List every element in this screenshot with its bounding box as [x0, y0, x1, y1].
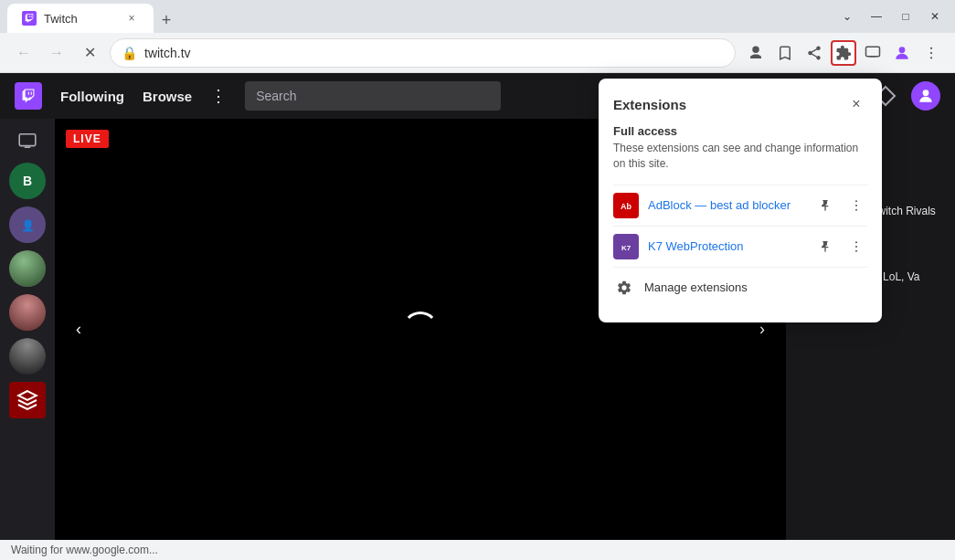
tab-close-button[interactable]: ×: [124, 11, 139, 26]
address-bar: ← → ✕ 🔒 twitch.tv: [0, 33, 955, 73]
svg-point-18: [855, 246, 857, 248]
adblock-icon: Ab: [613, 193, 639, 218]
svg-text:Ab: Ab: [621, 202, 631, 211]
share-icon-button[interactable]: [801, 40, 827, 66]
k7-name[interactable]: K7 WebProtection: [648, 239, 805, 253]
toolbar-icons: [743, 40, 944, 66]
sidebar-channel-2[interactable]: 👤: [9, 206, 46, 243]
svg-rect-7: [19, 134, 36, 146]
svg-text:👤: 👤: [21, 218, 35, 232]
full-access-label: Full access: [613, 124, 867, 138]
minimize-button[interactable]: —: [864, 4, 889, 29]
status-text: Waiting for www.google.com...: [11, 544, 158, 556]
svg-point-6: [923, 90, 929, 96]
url-bar[interactable]: 🔒 twitch.tv: [110, 38, 736, 68]
extensions-button[interactable]: [831, 40, 856, 66]
extension-item-adblock: Ab AdBlock — best ad blocker: [613, 185, 867, 226]
svg-point-19: [855, 249, 857, 251]
adblock-pin-button[interactable]: [814, 195, 836, 217]
user-avatar[interactable]: [911, 81, 940, 111]
bookmark-icon-button[interactable]: [772, 40, 798, 66]
search-box[interactable]: Search: [245, 81, 501, 111]
forward-button[interactable]: →: [44, 40, 69, 66]
prev-button[interactable]: ‹: [62, 313, 95, 346]
popup-header: Extensions ×: [613, 93, 867, 115]
chrome-menu-dots-button[interactable]: [918, 40, 944, 66]
extensions-popup: Extensions × Full access These extension…: [599, 79, 882, 322]
full-access-desc: These extensions can see and change info…: [613, 141, 867, 172]
twitch-logo: [15, 82, 42, 110]
k7-more-button[interactable]: [845, 236, 867, 258]
tab-bar: Twitch × +: [7, 0, 820, 33]
sidebar-channel-1[interactable]: B: [9, 163, 46, 199]
sidebar-channel-4[interactable]: [9, 294, 46, 331]
maximize-button[interactable]: □: [893, 4, 918, 29]
adblock-more-button[interactable]: [845, 195, 867, 217]
lock-icon: 🔒: [122, 46, 137, 60]
svg-point-14: [855, 208, 857, 210]
svg-point-4: [930, 57, 932, 58]
extension-item-k7: K7 K7 WebProtection: [613, 226, 867, 267]
sidebar-channel-3[interactable]: [9, 250, 46, 287]
loading-spinner: [402, 312, 439, 348]
tab-title: Twitch: [44, 12, 78, 26]
svg-point-17: [855, 241, 857, 243]
svg-text:K7: K7: [621, 244, 631, 252]
sidebar: B 👤: [0, 119, 55, 540]
k7-icon: K7: [613, 234, 639, 259]
window-controls: ⌄ — □ ✕: [834, 4, 948, 29]
sidebar-screen-icon[interactable]: [9, 126, 46, 155]
svg-point-12: [855, 200, 857, 202]
live-badge: LIVE: [66, 130, 109, 148]
profile-icon-button[interactable]: [743, 40, 769, 66]
manage-extensions-item[interactable]: Manage extensions: [613, 267, 867, 308]
adblock-name[interactable]: AdBlock — best ad blocker: [648, 198, 805, 212]
svg-point-1: [899, 47, 906, 53]
svg-point-2: [930, 47, 932, 48]
nav-more-button[interactable]: ⋮: [210, 86, 227, 106]
browse-nav-link[interactable]: Browse: [143, 89, 192, 104]
svg-point-13: [855, 205, 857, 206]
status-bar: Waiting for www.google.com...: [0, 540, 955, 560]
account-icon-button[interactable]: [889, 40, 915, 66]
sidebar-channel-5[interactable]: [9, 338, 46, 375]
reload-button[interactable]: ✕: [77, 40, 102, 66]
svg-point-3: [930, 51, 932, 53]
title-bar: Twitch × + ⌄ — □ ✕: [0, 0, 955, 33]
manage-extensions-label: Manage extensions: [644, 280, 748, 294]
svg-rect-0: [866, 47, 880, 57]
popup-close-button[interactable]: ×: [845, 93, 867, 115]
close-button[interactable]: ✕: [922, 4, 948, 29]
new-tab-button[interactable]: +: [154, 7, 179, 33]
back-button[interactable]: ←: [11, 40, 37, 66]
popup-title: Extensions: [613, 97, 686, 112]
search-placeholder: Search: [256, 89, 296, 103]
tab-favicon: [22, 11, 37, 26]
cast-icon-button[interactable]: [860, 40, 886, 66]
chrome-menu-button[interactable]: ⌄: [834, 4, 860, 29]
following-nav-link[interactable]: Following: [60, 89, 124, 104]
manage-extensions-icon: [613, 277, 635, 299]
sidebar-guild-icon[interactable]: [9, 382, 46, 418]
k7-pin-button[interactable]: [814, 236, 836, 258]
url-text: twitch.tv: [144, 46, 191, 60]
browser-tab[interactable]: Twitch ×: [7, 4, 154, 33]
